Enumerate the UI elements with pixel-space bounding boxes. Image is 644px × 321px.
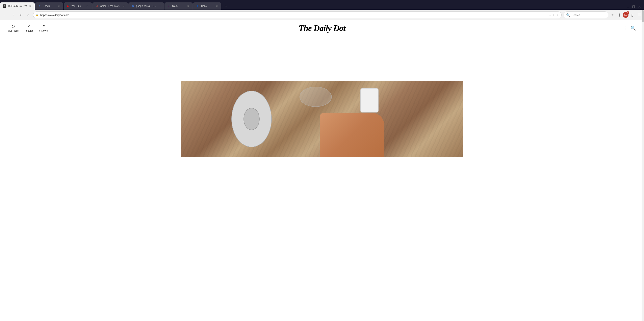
tab-close-dailydot[interactable]: ✕ — [28, 4, 32, 8]
url-more-icon[interactable]: ··· — [549, 14, 551, 16]
sections-icon: ≡ — [42, 24, 45, 28]
tab-close-gmusic[interactable]: ✕ — [158, 4, 161, 8]
tab-close-slack[interactable]: ✕ — [187, 4, 190, 8]
user-avatar-button[interactable]: AB 8 — [623, 12, 628, 18]
tab-title-slack: Slack — [172, 5, 185, 8]
scrollbar-thumb[interactable] — [642, 10, 644, 22]
pocket-icon[interactable]: ☆ — [552, 14, 555, 16]
avatar-label: AB — [624, 14, 627, 16]
url-actions: ··· ☆ ☆ — [549, 14, 559, 16]
tab-slack[interactable]: # Slack ✕ — [164, 2, 193, 10]
header-search-button[interactable]: 🔍 — [630, 26, 636, 31]
tab-gmusic[interactable]: G google music - G... ✕ — [128, 2, 164, 10]
our-picks-label: Our Picks — [8, 30, 18, 32]
search-input[interactable] — [572, 14, 606, 16]
popular-icon: ✓ — [27, 24, 30, 29]
hand-image — [320, 113, 384, 157]
browser-menu-icon[interactable]: ☰ — [637, 12, 642, 18]
white-space-area — [0, 36, 644, 81]
popular-label: Popular — [24, 30, 33, 32]
tab-close-google[interactable]: ✕ — [57, 4, 60, 8]
tab-title-dailydot: The Daily Dot | Yo — [8, 5, 27, 8]
tab-favicon-slack: # — [167, 4, 170, 8]
tab-title-trello: Trello — [201, 5, 214, 8]
close-button[interactable]: ✕ — [637, 4, 642, 10]
address-bar: ← → ↻ ⌂ 🔒 https://www.dailydot.com ··· ☆… — [0, 10, 644, 20]
hero-image-wrapper — [181, 81, 463, 157]
tab-close-youtube[interactable]: ✕ — [86, 4, 89, 8]
search-box[interactable]: 🔍 — [564, 12, 608, 18]
home-button[interactable]: ⌂ — [26, 12, 31, 18]
tab-title-google: Google — [43, 5, 56, 8]
tab-favicon-trello: T — [196, 4, 199, 8]
pill-inner — [244, 108, 260, 130]
website-content: ⬡ Our Picks ✓ Popular ≡ Sections The Dai… — [0, 20, 644, 157]
header-left-nav: ⬡ Our Picks ✓ Popular ≡ Sections — [8, 24, 48, 32]
tab-favicon-gmusic: G — [131, 4, 134, 8]
tab-dailydot[interactable]: D The Daily Dot | Yo ✕ — [0, 2, 35, 10]
ssl-lock-icon: 🔒 — [36, 14, 39, 16]
nav-sections[interactable]: ≡ Sections — [39, 24, 48, 32]
tab-title-gmail: Gmail - Free Stor... — [100, 5, 120, 8]
bookmark-icon[interactable]: ☆ — [556, 14, 559, 16]
tab-favicon-google: G — [38, 4, 41, 8]
tab-close-gmail[interactable]: ✕ — [122, 4, 125, 8]
tab-youtube[interactable]: ▶ YouTube ✕ — [64, 2, 92, 10]
new-tab-button[interactable]: + — [222, 3, 230, 10]
tab-close-trello[interactable]: ✕ — [215, 4, 218, 8]
header-right-actions: ⋮ 🔍 — [623, 26, 636, 31]
url-bar[interactable]: 🔒 https://www.dailydot.com ··· ☆ ☆ — [33, 12, 562, 18]
container-item-image — [360, 88, 378, 112]
site-logo[interactable]: The Daily Dot — [299, 24, 346, 33]
pill-patch-image — [232, 91, 272, 147]
tab-bar: D The Daily Dot | Yo ✕ G Google ✕ ▶ YouT… — [0, 0, 644, 10]
tab-gmail[interactable]: M Gmail - Free Stor... ✕ — [92, 2, 128, 10]
nav-our-picks[interactable]: ⬡ Our Picks — [8, 24, 18, 32]
library-icon[interactable]: ||| — [617, 12, 621, 18]
our-picks-icon: ⬡ — [12, 24, 15, 29]
scrollbar — [642, 10, 644, 157]
sections-label: Sections — [39, 29, 48, 32]
forward-button[interactable]: → — [10, 12, 16, 18]
nav-popular[interactable]: ✓ Popular — [24, 24, 33, 32]
site-header: ⬡ Our Picks ✓ Popular ≡ Sections The Dai… — [0, 20, 644, 36]
back-button[interactable]: ← — [2, 12, 8, 18]
tab-favicon-dailydot: D — [3, 4, 6, 8]
sidebar-toggle-icon[interactable]: ⬚ — [630, 12, 635, 18]
search-icon: 🔍 — [566, 13, 570, 17]
header-more-button[interactable]: ⋮ — [623, 26, 627, 31]
url-text: https://www.dailydot.com — [40, 14, 547, 16]
restore-button[interactable]: ❐ — [631, 4, 636, 10]
hero-image — [181, 81, 463, 157]
tab-title-youtube: YouTube — [71, 5, 84, 8]
tab-trello[interactable]: T Trello ✕ — [193, 2, 221, 10]
glass-dish-image — [300, 87, 332, 107]
browser-chrome: D The Daily Dot | Yo ✕ G Google ✕ ▶ YouT… — [0, 0, 644, 20]
tab-favicon-youtube: ▶ — [66, 4, 70, 8]
pill-outer — [232, 91, 272, 147]
window-controls: ─ ❐ ✕ — [626, 4, 644, 10]
tab-title-gmusic: google music - G... — [136, 5, 156, 8]
tab-google[interactable]: G Google ✕ — [35, 2, 63, 10]
tab-favicon-gmail: M — [95, 4, 98, 8]
notification-badge: 8 — [626, 11, 629, 14]
reload-button[interactable]: ↻ — [18, 12, 24, 18]
customize-icon[interactable]: ☆ — [610, 12, 615, 18]
minimize-button[interactable]: ─ — [626, 4, 630, 10]
